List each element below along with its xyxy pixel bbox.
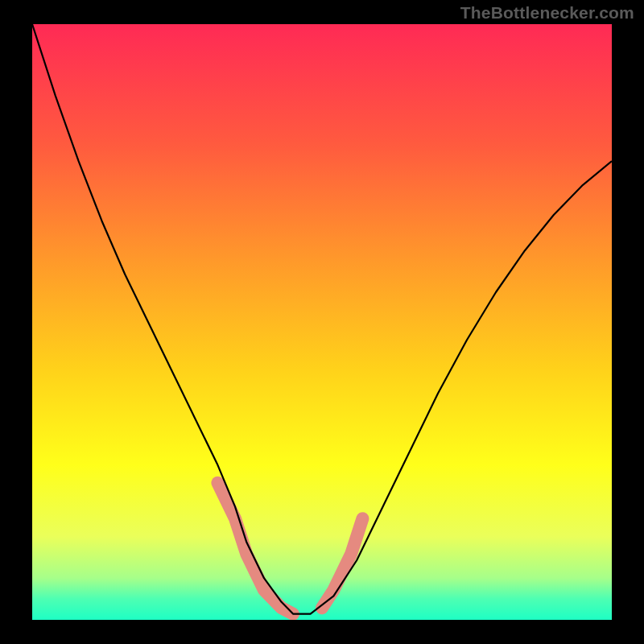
watermark-text: TheBottlenecker.com: [460, 3, 634, 23]
chart-frame: TheBottlenecker.com: [0, 0, 644, 644]
plot-area: [32, 24, 612, 620]
bottleneck-chart: [32, 24, 612, 620]
gradient-background: [32, 24, 612, 620]
